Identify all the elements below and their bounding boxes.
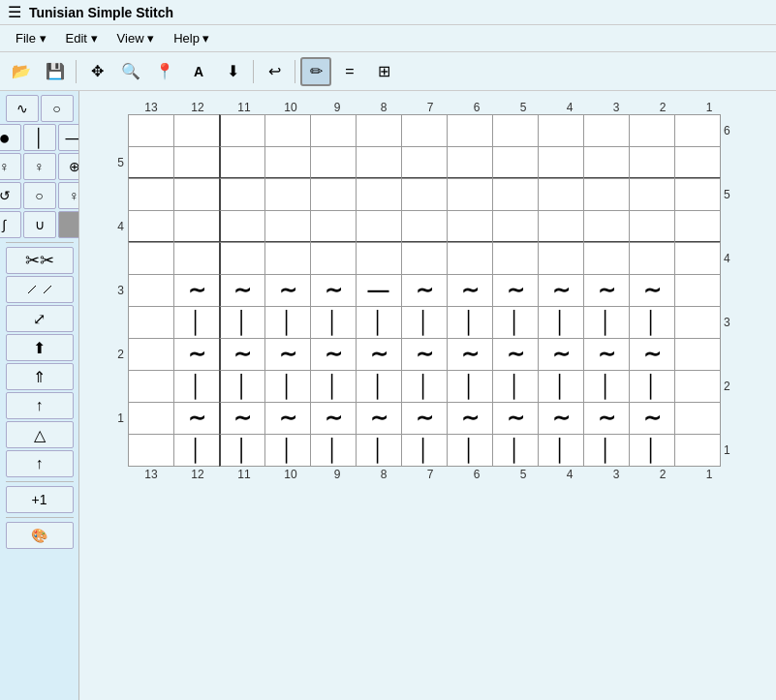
tool-scissors-btn[interactable]: ✂✂ [6, 247, 74, 274]
grid-cell[interactable] [264, 178, 311, 211]
grid-cell[interactable] [128, 402, 174, 435]
tool-hbar-btn[interactable]: — [58, 124, 80, 151]
grid-cell[interactable] [128, 146, 174, 179]
grid-cell[interactable] [674, 370, 721, 403]
grid-cell[interactable] [447, 178, 493, 211]
grid-cell[interactable] [492, 178, 539, 211]
pencil-btn[interactable]: ✏ [300, 57, 331, 86]
download-btn[interactable]: ⬇ [217, 57, 248, 86]
grid-cell[interactable] [128, 178, 174, 211]
grid-cell[interactable]: ∼ [356, 402, 402, 435]
grid-cell[interactable] [173, 242, 220, 275]
grid-cell[interactable]: ∼ [219, 338, 265, 371]
grid-cell[interactable]: │ [583, 370, 630, 403]
grid-cell[interactable] [629, 178, 675, 211]
grid-cell[interactable]: │ [629, 370, 675, 403]
grid-cell[interactable] [128, 306, 174, 339]
equals-btn[interactable]: = [334, 57, 365, 86]
grid-cell[interactable]: │ [310, 370, 357, 403]
grid-cell[interactable]: ∼ [310, 274, 357, 307]
grid-cell[interactable] [401, 178, 448, 211]
grid-cell[interactable]: │ [492, 306, 539, 339]
grid-cell[interactable] [173, 178, 220, 211]
grid-cell[interactable]: ∼ [492, 274, 539, 307]
grid-cell[interactable] [629, 242, 675, 275]
tool-cross-btn[interactable]: ⊕ [58, 153, 80, 180]
grid-cell[interactable]: │ [583, 434, 630, 467]
text-btn[interactable]: A [183, 57, 214, 86]
grid-cell[interactable] [128, 338, 174, 371]
grid-cell[interactable] [629, 146, 675, 179]
grid-cell[interactable]: ∼ [629, 274, 675, 307]
grid-cell[interactable] [492, 114, 539, 147]
grid-cell[interactable]: ∼ [173, 402, 220, 435]
tool-dot-btn[interactable]: ● [0, 124, 21, 151]
grid-cell[interactable]: ∼ [538, 274, 584, 307]
grid-cell[interactable] [219, 242, 265, 275]
grid-cell[interactable] [674, 338, 721, 371]
grid-cell[interactable] [401, 242, 448, 275]
grid-cell[interactable] [128, 434, 174, 467]
grid-cell[interactable]: ∼ [401, 402, 448, 435]
grid-cell[interactable] [219, 114, 265, 147]
grid-cell[interactable]: │ [264, 370, 311, 403]
tool-r2-btn[interactable]: ○ [23, 182, 56, 209]
grid-cell[interactable]: ∼ [447, 402, 493, 435]
menu-help[interactable]: Help ▾ [166, 29, 217, 47]
grid-cell[interactable] [629, 210, 675, 243]
grid-cell[interactable] [583, 114, 630, 147]
grid-cell[interactable] [674, 402, 721, 435]
grid-cell[interactable] [356, 242, 402, 275]
grid-cell[interactable] [356, 178, 402, 211]
grid-cell[interactable]: ∼ [356, 338, 402, 371]
grid-cell[interactable] [264, 146, 311, 179]
grid-cell[interactable] [264, 242, 311, 275]
grid-cell[interactable]: ∼ [492, 338, 539, 371]
grid-cell[interactable]: ∼ [401, 274, 448, 307]
grid-cell[interactable]: ∼ [538, 402, 584, 435]
grid-cell[interactable]: │ [629, 434, 675, 467]
grid-cell[interactable] [356, 114, 402, 147]
grid-cell[interactable] [447, 242, 493, 275]
grid-cell[interactable]: │ [264, 434, 311, 467]
grid-cell[interactable] [674, 178, 721, 211]
grid-cell[interactable]: │ [401, 434, 448, 467]
grid-cell[interactable]: ∼ [264, 338, 311, 371]
grid-cell[interactable]: ∼ [629, 338, 675, 371]
grid-cell[interactable] [674, 210, 721, 243]
grid-cell[interactable]: ∼ [447, 274, 493, 307]
marker-btn[interactable]: 📍 [149, 57, 180, 86]
grid-cell[interactable]: ∼ [538, 338, 584, 371]
menu-edit[interactable]: Edit ▾ [58, 29, 106, 47]
tool-gray-btn[interactable] [58, 211, 80, 238]
tool-r1-btn[interactable]: ↺ [0, 182, 21, 209]
grid-cell[interactable] [310, 242, 357, 275]
grid-cell[interactable] [264, 210, 311, 243]
grid-cell[interactable]: │ [492, 370, 539, 403]
grid-cell[interactable]: │ [356, 370, 402, 403]
tool-q2-btn[interactable]: ♀ [23, 153, 56, 180]
tool-tilde-btn[interactable]: ∿ [6, 95, 39, 122]
grid-cell[interactable]: ∼ [583, 402, 630, 435]
grid-cell[interactable] [128, 370, 174, 403]
tool-arrow4-btn[interactable]: ↑ [6, 392, 74, 419]
grid-cell[interactable] [492, 146, 539, 179]
grid-cell[interactable] [401, 114, 448, 147]
grid-cell[interactable]: ∼ [447, 338, 493, 371]
grid-cell[interactable]: │ [310, 434, 357, 467]
grid-cell[interactable]: │ [629, 306, 675, 339]
grid-cell[interactable] [583, 242, 630, 275]
grid-cell[interactable] [492, 242, 539, 275]
grid-cell[interactable]: ∼ [583, 338, 630, 371]
grid-cell[interactable] [173, 146, 220, 179]
grid-btn[interactable]: ⊞ [368, 57, 399, 86]
menu-file[interactable]: File ▾ [8, 29, 54, 47]
grid-cell[interactable]: ∼ [310, 402, 357, 435]
grid-cell[interactable] [310, 146, 357, 179]
grid-cell[interactable] [264, 114, 311, 147]
grid-cell[interactable]: │ [401, 370, 448, 403]
grid-cell[interactable] [310, 210, 357, 243]
grid-cell[interactable] [674, 114, 721, 147]
grid-cell[interactable] [674, 274, 721, 307]
grid-cell[interactable]: │ [401, 306, 448, 339]
